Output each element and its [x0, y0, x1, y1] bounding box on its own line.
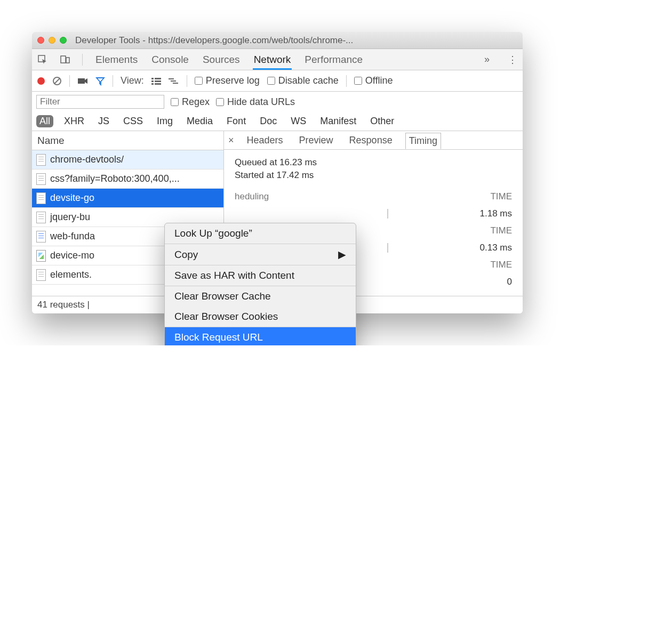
tab-console[interactable]: Console [150, 50, 190, 70]
request-name: elements. [50, 269, 92, 280]
minimize-window-button[interactable] [49, 37, 55, 44]
svg-line-4 [54, 78, 60, 84]
filter-bar: Regex Hide data URLs [32, 92, 523, 112]
type-all[interactable]: All [36, 115, 53, 127]
inspect-element-icon[interactable] [37, 54, 48, 65]
large-rows-icon[interactable] [151, 77, 161, 85]
menu-item[interactable]: Clear Browser Cache [165, 286, 356, 306]
maximize-window-button[interactable] [60, 37, 67, 44]
started-at: Started at 17.42 ms [235, 170, 512, 181]
timing-row: 1.18 ms [235, 205, 512, 222]
type-img[interactable]: Img [154, 115, 176, 127]
timing-value: TIME [464, 225, 512, 236]
request-row[interactable]: devsite-go [32, 189, 223, 208]
disable-cache-checkbox[interactable]: Disable cache [267, 75, 339, 86]
tab-network[interactable]: Network [253, 50, 292, 70]
menu-item-label: Block Request URL [174, 332, 263, 343]
detail-tab-headers[interactable]: Headers [244, 133, 286, 148]
preserve-log-checkbox[interactable]: Preserve log [195, 75, 260, 86]
filter-input[interactable] [36, 95, 164, 109]
svg-rect-12 [169, 78, 174, 79]
regex-checkbox[interactable]: Regex [171, 96, 210, 108]
timing-value: TIME [464, 191, 512, 202]
type-css[interactable]: CSS [120, 115, 146, 127]
svg-rect-11 [155, 83, 161, 85]
traffic-lights [37, 37, 67, 44]
menu-item[interactable]: Copy▶ [165, 244, 356, 265]
resource-type-bar: All XHR JS CSS Img Media Font Doc WS Man… [32, 112, 523, 131]
separator [113, 75, 113, 87]
close-window-button[interactable] [37, 37, 44, 44]
menu-item-label: Look Up “google” [174, 228, 252, 239]
type-manifest[interactable]: Manifest [317, 115, 359, 127]
file-icon [36, 173, 46, 185]
devtools-window: Developer Tools - https://developers.goo… [32, 32, 523, 313]
queued-at: Queued at 16.23 ms [235, 157, 512, 168]
type-font[interactable]: Font [223, 115, 249, 127]
separator [82, 54, 83, 66]
svg-rect-7 [155, 78, 161, 79]
offline-checkbox[interactable]: Offline [354, 75, 393, 86]
menu-item-label: Clear Browser Cookies [174, 311, 278, 322]
overview-icon[interactable] [169, 77, 179, 85]
detail-tab-timing[interactable]: Timing [405, 133, 441, 149]
file-icon [36, 192, 46, 204]
file-icon [36, 154, 46, 166]
type-js[interactable]: JS [95, 115, 113, 127]
svg-rect-13 [171, 80, 176, 82]
titlebar: Developer Tools - https://developers.goo… [32, 32, 523, 49]
submenu-arrow-icon: ▶ [338, 248, 346, 261]
file-icon [36, 269, 46, 281]
svg-rect-9 [155, 80, 161, 82]
separator [346, 75, 347, 87]
hide-data-urls-checkbox[interactable]: Hide data URLs [216, 96, 295, 108]
request-name: css?family=Roboto:300,400,... [50, 173, 180, 184]
svg-rect-2 [66, 58, 69, 63]
type-xhr[interactable]: XHR [61, 115, 87, 127]
timing-bar [336, 209, 464, 219]
close-detail-icon[interactable]: × [228, 135, 234, 146]
detail-tab-preview[interactable]: Preview [296, 133, 337, 148]
svg-rect-14 [173, 83, 178, 84]
column-name-header[interactable]: Name [32, 131, 223, 150]
tab-sources[interactable]: Sources [202, 50, 241, 70]
menu-item[interactable]: Save as HAR with Content [165, 265, 356, 286]
tab-performance[interactable]: Performance [303, 50, 364, 70]
panel-tabbar: Elements Console Sources Network Perform… [32, 49, 523, 70]
tab-elements[interactable]: Elements [94, 50, 139, 70]
disable-cache-label: Disable cache [278, 75, 339, 86]
offline-label: Offline [365, 75, 393, 86]
menu-item[interactable]: Block Request URL [165, 327, 356, 345]
view-label: View: [121, 75, 144, 86]
type-ws[interactable]: WS [287, 115, 309, 127]
timing-row: hedulingTIME [235, 188, 512, 205]
camera-icon[interactable] [77, 77, 88, 85]
timing-value: 1.18 ms [464, 208, 512, 219]
filter-icon[interactable] [95, 76, 105, 86]
record-button[interactable] [37, 77, 45, 85]
detail-tab-response[interactable]: Response [346, 133, 396, 148]
clear-icon[interactable] [52, 76, 62, 86]
type-media[interactable]: Media [183, 115, 216, 127]
detail-tabs: × Headers Preview Response Timing [224, 131, 523, 150]
menu-item[interactable]: Clear Browser Cookies [165, 306, 356, 327]
request-row[interactable]: chrome-devtools/ [32, 150, 223, 169]
menu-item-label: Clear Browser Cache [174, 290, 271, 302]
status-text: 41 requests | [37, 300, 90, 310]
request-row[interactable]: css?family=Roboto:300,400,... [32, 169, 223, 189]
svg-rect-1 [61, 56, 66, 63]
timing-bar [336, 192, 464, 201]
menu-item-label: Copy [174, 249, 198, 261]
separator [69, 75, 70, 87]
preserve-log-label: Preserve log [206, 75, 260, 86]
menu-item[interactable]: Look Up “google” [165, 223, 356, 244]
context-menu: Look Up “google”Copy▶Save as HAR with Co… [164, 223, 356, 345]
kebab-menu-icon[interactable]: ⋮ [508, 54, 517, 66]
type-other[interactable]: Other [367, 115, 397, 127]
device-toolbar-icon[interactable] [60, 54, 70, 65]
request-name: chrome-devtools/ [50, 154, 124, 165]
request-name: device-mo [50, 250, 94, 261]
type-doc[interactable]: Doc [257, 115, 280, 127]
more-tabs-icon[interactable]: » [484, 54, 490, 65]
menu-item-label: Save as HAR with Content [174, 270, 294, 281]
